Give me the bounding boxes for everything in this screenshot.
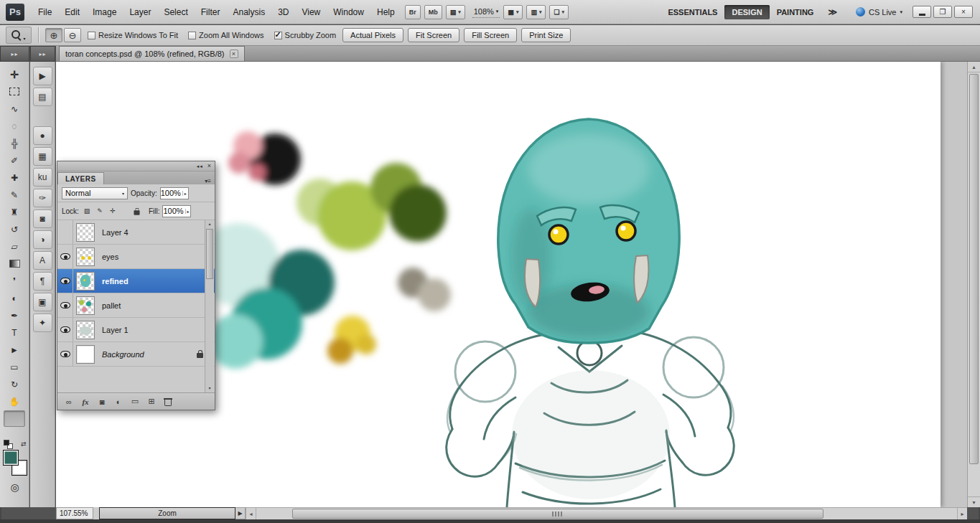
options-checkbox[interactable]: Zoom All Windows <box>188 31 263 39</box>
foreground-color-swatch[interactable] <box>3 450 19 466</box>
arrange-documents-button[interactable]: ▦▾ <box>503 5 523 19</box>
vertical-scrollbar[interactable]: ▴ ▾ <box>967 62 980 507</box>
clone-source-panel-icon[interactable]: ▣ <box>33 293 52 311</box>
horizontal-scrollbar-thumb[interactable] <box>292 509 823 519</box>
launch-bridge-button[interactable]: Br <box>405 5 421 19</box>
lock-transparency-icon[interactable]: ▨ <box>82 206 92 216</box>
rectangle-tool[interactable]: ▭ <box>4 359 25 375</box>
workspace-button[interactable]: PAINTING <box>770 5 821 19</box>
layer-row[interactable]: pallet <box>57 293 215 318</box>
menu-item[interactable]: Filter <box>195 1 227 24</box>
color-panel-icon[interactable]: ● <box>33 126 52 145</box>
scroll-right-icon[interactable]: ▸ <box>957 508 967 519</box>
workspace-button[interactable]: DESIGN <box>724 5 769 19</box>
styles-panel-icon[interactable]: ✦ <box>33 314 52 332</box>
blur-tool[interactable]: ❜ <box>4 273 25 289</box>
healing-brush-tool[interactable]: ✚ <box>4 169 25 186</box>
type-tool[interactable]: T <box>4 324 25 341</box>
layer-row[interactable]: refined <box>57 269 215 293</box>
layer-group-icon[interactable]: ▭ <box>131 397 139 407</box>
close-panel-icon[interactable]: × <box>207 163 211 169</box>
default-colors-icon[interactable] <box>4 440 12 448</box>
menu-item[interactable]: Edit <box>58 1 86 24</box>
swatches-panel-icon[interactable]: ▦ <box>33 147 52 166</box>
layer-row[interactable]: Layer 1 <box>57 318 215 342</box>
layers-scrollbar-thumb[interactable] <box>206 229 213 279</box>
menu-item[interactable]: Window <box>327 1 370 24</box>
cs-live-button[interactable]: CS Live ▾ <box>856 7 902 17</box>
opacity-spinner-icon[interactable]: ▸ <box>182 191 188 196</box>
layer-mask-icon[interactable]: ◙ <box>98 397 106 407</box>
layers-panel-dragbar[interactable]: ◂◂ × <box>57 161 215 171</box>
scroll-up-icon[interactable]: ▴ <box>205 220 214 228</box>
dodge-tool[interactable]: ◐ <box>4 290 25 306</box>
menu-item[interactable]: 3D <box>271 1 295 24</box>
lock-all-icon[interactable] <box>134 210 139 215</box>
menu-item[interactable]: Select <box>157 1 194 24</box>
workspace-button[interactable]: ESSENTIALS <box>661 5 724 19</box>
options-button[interactable]: Actual Pixels <box>342 28 403 42</box>
layer-row[interactable]: Background <box>57 342 215 367</box>
checkbox-box[interactable] <box>88 32 95 39</box>
delete-layer-icon[interactable] <box>164 397 172 407</box>
gradient-tool[interactable] <box>4 255 25 272</box>
blend-mode-select[interactable]: Normal ▾ <box>62 187 128 199</box>
hand-tool[interactable]: ✋ <box>4 393 25 410</box>
layer-visibility-toggle[interactable] <box>57 269 73 293</box>
panel-dock-header[interactable]: ▸▸ <box>30 46 55 62</box>
zoom-out-mode-button[interactable]: ⊖ <box>64 28 81 42</box>
menu-item[interactable]: File <box>32 1 58 24</box>
crop-tool[interactable]: ╬ <box>4 135 25 151</box>
menu-item[interactable]: Image <box>86 1 123 24</box>
menu-item[interactable]: View <box>295 1 327 24</box>
rectangular-marquee-tool[interactable] <box>4 83 25 100</box>
document-tab[interactable]: toran concepts.psd @ 108% (refined, RGB/… <box>59 46 245 61</box>
link-layers-icon[interactable]: ∞ <box>65 397 73 407</box>
layer-style-icon[interactable]: fx <box>81 397 90 407</box>
layer-row[interactable]: eyes <box>57 245 215 269</box>
scroll-down-icon[interactable]: ▾ <box>968 496 980 507</box>
tools-panel-header[interactable]: ▸▸ <box>0 46 29 62</box>
paragraph-panel-icon[interactable]: ¶ <box>33 272 52 291</box>
scroll-down-icon[interactable]: ▾ <box>205 385 214 392</box>
menu-item[interactable]: Analysis <box>226 1 271 24</box>
pen-tool[interactable]: ✒ <box>4 307 25 324</box>
clone-stamp-tool[interactable]: ♜ <box>4 204 25 220</box>
close-button[interactable]: × <box>954 6 973 18</box>
fill-field[interactable]: 100% ▸ <box>162 205 191 217</box>
checkbox-box[interactable] <box>274 32 282 39</box>
horizontal-scrollbar[interactable]: ◂ ▸ <box>246 507 967 519</box>
screen-mode-button[interactable]: ❏▾ <box>549 5 569 19</box>
options-button[interactable]: Print Size <box>521 28 571 42</box>
minimize-button[interactable] <box>913 6 931 18</box>
status-zoom-field[interactable]: 107.55% <box>56 507 93 519</box>
checkbox-box[interactable] <box>188 32 196 39</box>
opacity-field[interactable]: 100% ▸ <box>160 187 189 199</box>
layer-row[interactable]: Layer 4 <box>57 220 215 245</box>
lock-pixels-icon[interactable]: ✎ <box>95 206 105 216</box>
quick-mask-button[interactable]: ◎ <box>9 481 22 493</box>
quick-selection-tool[interactable]: ◌ <box>4 118 25 134</box>
lock-all-icon[interactable] <box>121 206 131 216</box>
history-brush-tool[interactable]: ↺ <box>4 221 25 237</box>
kuler-panel-icon[interactable]: ku <box>33 168 52 187</box>
3d-rotate-tool[interactable]: ↻ <box>4 376 25 392</box>
scroll-left-icon[interactable]: ◂ <box>246 508 256 519</box>
more-workspaces-button[interactable]: ≫ <box>822 7 843 17</box>
lock-position-icon[interactable]: ✛ <box>108 206 118 216</box>
zoom-tool[interactable] <box>4 410 25 427</box>
fill-spinner-icon[interactable]: ▸ <box>185 209 191 214</box>
brush-presets-panel-icon[interactable]: ✑ <box>33 189 52 207</box>
eraser-tool[interactable]: ▱ <box>4 238 25 255</box>
view-extras-button[interactable]: ▥▾ <box>526 5 546 19</box>
eyedropper-tool[interactable]: ✐ <box>4 152 25 169</box>
swap-colors-icon[interactable]: ⇄ <box>21 440 27 448</box>
character-panel-icon[interactable]: A <box>33 251 52 270</box>
options-checkbox[interactable]: Scrubby Zoom <box>274 31 337 39</box>
adjustment-layer-icon[interactable]: ◐ <box>114 397 123 407</box>
options-button[interactable]: Fit Screen <box>408 28 459 42</box>
adjustments-panel-icon[interactable]: ◑ <box>33 230 52 249</box>
layer-visibility-toggle[interactable] <box>57 318 73 341</box>
layer-visibility-toggle[interactable] <box>57 293 73 317</box>
restore-button[interactable]: ❐ <box>933 6 952 18</box>
